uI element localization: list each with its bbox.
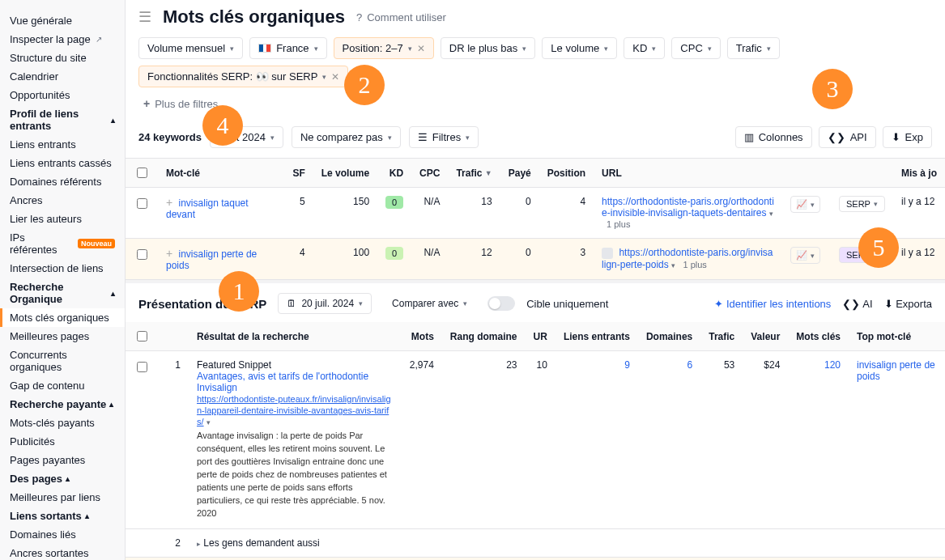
sidebar-item-best-by-links[interactable]: Meilleures par liens [0, 488, 125, 507]
sidebar-item-content-gap[interactable]: Gap de contenu [0, 376, 125, 395]
col-trafic2[interactable]: Trafic [700, 322, 743, 351]
serp-api-button[interactable]: ❮❯ AI [842, 298, 872, 310]
callout-3: 3 [812, 69, 853, 109]
identify-intents-link[interactable]: ✦ Identifier les intentions [714, 298, 831, 310]
sidebar-group-organic[interactable]: Recherche Organique ▴ [0, 278, 125, 308]
chip-label: Trafic [736, 42, 762, 54]
chevron-down-icon[interactable]: ▾ [769, 210, 773, 218]
select-all-checkbox[interactable] [137, 168, 147, 178]
hamburger-icon[interactable]: ☰ [138, 8, 151, 26]
chip-position[interactable]: Position: 2–7 ▾ ✕ [334, 37, 434, 59]
target-only-toggle[interactable] [487, 296, 515, 311]
result-title-link[interactable]: Avantages, avis et tarifs de l'orthodont… [197, 371, 368, 393]
sidebar-item-calendar[interactable]: Calendrier [0, 67, 125, 86]
chip-volume[interactable]: Volume mensuel ▾ [138, 37, 243, 59]
position-chart-button[interactable]: 📈▾ [790, 196, 820, 213]
expand-row-icon[interactable]: + [166, 196, 172, 209]
sidebar-item-link-authors[interactable]: Lier les auteurs [0, 210, 125, 228]
cell-cpc: N/A [411, 239, 448, 280]
serp-date-select[interactable]: 🗓 20 juil. 2024 ▾ [278, 293, 372, 314]
expand-paa-icon[interactable]: ▸ [197, 540, 201, 548]
col-keyword[interactable]: Mot-clé [158, 159, 284, 188]
col-domaines[interactable]: Domaines [638, 322, 700, 351]
sidebar-item-overview[interactable]: Vue générale [0, 11, 125, 30]
domains-link[interactable]: 6 [687, 359, 693, 371]
col-topkw[interactable]: Top mot-clé [849, 322, 945, 351]
col-trafic[interactable]: Trafic ▼ [448, 159, 500, 188]
row-checkbox[interactable] [137, 198, 147, 209]
sidebar-item-organic-keywords[interactable]: Mots clés organiques [0, 308, 125, 327]
col-position[interactable]: Position [539, 159, 594, 188]
col-valeur[interactable]: Valeur [743, 322, 788, 351]
chip-trafic[interactable]: Trafic ▾ [727, 37, 780, 59]
col-motcles[interactable]: Mots clés [788, 322, 849, 351]
backlinks-link[interactable]: 9 [624, 359, 630, 371]
api-button[interactable]: ❮❯ API [819, 126, 876, 148]
col-updated[interactable]: Mis à jo [893, 159, 945, 188]
col-result[interactable]: Résultat de la recherche [189, 322, 402, 351]
sidebar-item-linked-domains[interactable]: Domaines liés [0, 525, 125, 544]
sidebar-group-outgoing[interactable]: Liens sortants ▴ [0, 507, 125, 525]
chip-dr[interactable]: DR le plus bas ▾ [441, 37, 536, 59]
sidebar-item-broken-backlinks[interactable]: Liens entrants cassés [0, 154, 125, 172]
url-link[interactable]: https://orthodontiste-paris.org/orthodon… [602, 196, 774, 218]
sidebar-item-competitors[interactable]: Concurrents organiques [0, 346, 125, 376]
compare-select[interactable]: Ne comparez pas ▾ [292, 126, 401, 148]
col-sf[interactable]: SF [284, 159, 313, 188]
how-to-link[interactable]: ? Comment utiliser [356, 11, 446, 23]
sidebar-item-inspect[interactable]: Inspecter la page ↗ [0, 30, 125, 49]
sidebar-group-pages[interactable]: Des pages ▴ [0, 469, 125, 488]
col-cpc[interactable]: CPC [411, 159, 448, 188]
serp-export-button[interactable]: ⬇ Exporta [884, 298, 932, 310]
sidebar-item-ads[interactable]: Publicités [0, 432, 125, 451]
position-chart-button[interactable]: 📈▾ [790, 247, 820, 264]
serp-button[interactable]: SERP ▾ [839, 196, 885, 212]
sidebar-item-backlinks[interactable]: Liens entrants [0, 135, 125, 154]
col-backlinks[interactable]: Liens entrants [556, 322, 638, 351]
columns-button[interactable]: ▥ Colonnes [735, 126, 812, 148]
sidebar-item-ref-domains[interactable]: Domaines référents [0, 172, 125, 191]
sidebar-item-opportunities[interactable]: Opportunités [0, 86, 125, 104]
sidebar-item-outgoing-anchors[interactable]: Ancres sortantes [0, 544, 125, 560]
chevron-down-icon[interactable]: ▾ [206, 418, 211, 426]
url-plus[interactable]: 1 plus [607, 219, 630, 229]
sidebar-item-structure[interactable]: Structure du site [0, 49, 125, 67]
chip-cpc[interactable]: CPC ▾ [671, 37, 720, 59]
top-keyword-link[interactable]: invisalign perte de poids [857, 359, 935, 382]
col-volume[interactable]: Le volume [313, 159, 377, 188]
serp-select-all-checkbox[interactable] [137, 331, 147, 342]
col-kd[interactable]: KD [377, 159, 411, 188]
export-button[interactable]: ⬇ Exp [883, 126, 932, 148]
keywords-link[interactable]: 120 [824, 359, 841, 371]
image-icon [602, 248, 613, 259]
sidebar-item-link-intersect[interactable]: Intersection de liens [0, 259, 125, 278]
sidebar-item-paid-keywords[interactable]: Mots-clés payants [0, 414, 125, 432]
url-plus[interactable]: 1 plus [683, 260, 706, 269]
expand-row-icon[interactable]: + [166, 247, 172, 260]
chip-levolume[interactable]: Le volume ▾ [542, 37, 617, 59]
result-url-link[interactable]: https://orthodontiste-puteaux.fr/invisal… [197, 394, 391, 426]
chevron-down-icon[interactable]: ▾ [671, 261, 675, 269]
col-ur[interactable]: UR [526, 322, 556, 351]
chip-country[interactable]: France ▾ [249, 37, 326, 59]
sidebar-group-paid[interactable]: Recherche payante ▴ [0, 395, 125, 414]
sidebar-item-anchors[interactable]: Ancres [0, 191, 125, 210]
serp-row-checkbox[interactable] [137, 362, 147, 372]
sidebar-group-backlinks[interactable]: Profil de liens entrants ▴ [0, 104, 125, 135]
col-dr[interactable]: Rang domaine [442, 322, 526, 351]
sidebar-item-paid-pages[interactable]: Pages payantes [0, 451, 125, 469]
remove-filter-icon[interactable]: ✕ [331, 71, 339, 83]
serp-compare-select[interactable]: Comparer avec ▾ [383, 293, 476, 314]
keyword-link[interactable]: invisalign taquet devant [166, 197, 249, 220]
filters-button[interactable]: ☰ Filtres ▾ [409, 126, 479, 148]
col-url[interactable]: URL [594, 159, 782, 188]
sidebar-item-top-pages[interactable]: Meilleures pages [0, 327, 125, 346]
remove-filter-icon[interactable]: ✕ [417, 43, 425, 54]
row-checkbox[interactable] [137, 249, 147, 260]
sidebar-item-ref-ips[interactable]: IPs référentes Nouveau [0, 228, 125, 259]
keyword-link[interactable]: invisalign perte de poids [166, 248, 257, 271]
chip-kd[interactable]: KD ▾ [624, 37, 665, 59]
col-mots[interactable]: Mots [402, 322, 442, 351]
col-paye[interactable]: Payé [500, 159, 539, 188]
chip-serp-features[interactable]: Fonctionnalités SERP: 👀 sur SERP ▾ ✕ [138, 66, 348, 87]
